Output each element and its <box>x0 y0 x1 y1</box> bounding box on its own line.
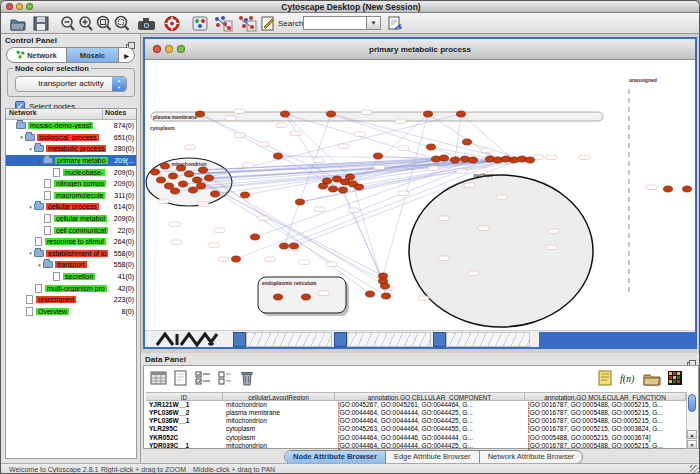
annotation-icon[interactable] <box>259 15 277 32</box>
node-color-dropdown[interactable]: transporter activity ▲▼ <box>15 76 127 92</box>
table-row[interactable]: YPL036W__1mitochondrion[GO:0044464, GO:0… <box>146 417 686 425</box>
background-window-fragment[interactable] <box>433 332 446 347</box>
zoom-selected-icon[interactable] <box>113 15 131 32</box>
network-node[interactable] <box>185 171 194 177</box>
search-dropdown-arrow[interactable]: ▼ <box>367 16 381 30</box>
network-node[interactable] <box>274 153 283 159</box>
background-window-fragment[interactable] <box>446 332 530 347</box>
network-node[interactable] <box>232 256 241 262</box>
network-node[interactable] <box>290 243 299 249</box>
tab-network[interactable]: Network <box>7 48 66 62</box>
network-node[interactable] <box>424 111 433 117</box>
network-node[interactable] <box>179 181 188 187</box>
heatmap-icon[interactable] <box>666 369 684 387</box>
tree-item[interactable]: mosaic-demo-yeast874(0) <box>6 120 136 132</box>
network-node[interactable] <box>486 156 495 162</box>
layout-icon[interactable] <box>237 15 255 32</box>
tree-item[interactable]: unassigned223(0) <box>6 294 136 306</box>
background-window-fragment[interactable] <box>153 332 227 347</box>
tab-mosaic[interactable]: Mosaic <box>66 48 119 62</box>
save-button[interactable] <box>32 15 50 32</box>
network-node[interactable] <box>440 155 449 161</box>
tree-item[interactable]: cell communicat22(0) <box>6 224 136 236</box>
expand-arrow[interactable]: ▾ <box>36 262 43 268</box>
column-header[interactable]: annotation.GO MOLECULAR_FUNCTION <box>525 392 686 401</box>
attr-tab-network[interactable]: Network Attribute Browser <box>480 451 583 463</box>
tree-item[interactable]: cellular metabol209(0) <box>6 213 136 225</box>
network-node[interactable] <box>189 187 198 193</box>
network-node[interactable] <box>329 186 338 192</box>
network-edge[interactable] <box>353 114 428 184</box>
network-node[interactable] <box>510 157 519 163</box>
network-edge[interactable] <box>467 142 522 159</box>
column-header[interactable]: annotation.GO CELLULAR_COMPONENT <box>335 392 525 401</box>
network-node[interactable] <box>494 157 503 163</box>
network-node[interactable] <box>518 156 527 162</box>
network-node[interactable] <box>451 157 460 163</box>
search-index-icon[interactable] <box>387 15 405 32</box>
background-window-fragment[interactable] <box>539 332 695 347</box>
network-node[interactable] <box>381 283 390 289</box>
new-attribute-icon[interactable] <box>172 369 190 387</box>
network-node[interactable] <box>366 291 375 297</box>
tree-item[interactable]: ▾primary metabo209(... <box>6 155 136 167</box>
tree-column-network[interactable]: Network <box>6 109 102 119</box>
network-node[interactable] <box>197 183 206 189</box>
network-node[interactable] <box>355 184 364 190</box>
network-node[interactable] <box>461 156 470 162</box>
network-node[interactable] <box>302 294 311 300</box>
network-node[interactable] <box>502 156 511 162</box>
network-edge[interactable] <box>197 114 461 180</box>
table-row[interactable]: YLR295Ccytoplasm[GO:0045263, GO:0044464,… <box>146 425 686 433</box>
help-lifesaver-icon[interactable] <box>163 15 181 32</box>
open-file-button[interactable] <box>9 15 27 32</box>
window-resize-grip[interactable] <box>690 465 700 474</box>
scroll-up-arrow[interactable]: ▲ <box>687 430 697 439</box>
delete-attribute-trash-icon[interactable] <box>238 369 256 387</box>
network-canvas[interactable]: plasma membranecytoplasmmitochondrionnuc… <box>145 60 695 330</box>
network-node[interactable] <box>346 174 355 180</box>
frame-zoom-button[interactable] <box>177 45 185 53</box>
tree-item[interactable]: ▾transport558(0) <box>6 259 136 271</box>
float-panel-icon[interactable] <box>687 355 696 364</box>
tree-item[interactable]: nucleobase-209(0) <box>6 166 136 178</box>
network-node[interactable] <box>157 177 166 183</box>
zoom-fit-icon[interactable] <box>95 15 113 32</box>
zoom-out-icon[interactable] <box>59 15 77 32</box>
network-node[interactable] <box>382 293 391 299</box>
background-window-fragment[interactable] <box>246 332 332 347</box>
network-node[interactable] <box>327 111 336 117</box>
network-node[interactable] <box>469 157 478 163</box>
network-node[interactable] <box>193 177 202 183</box>
network-node[interactable] <box>151 169 160 175</box>
table-row[interactable]: YKR052Ccytoplasm[GO:0044464, GO:0044446,… <box>146 434 686 442</box>
tree-item[interactable]: multi-organism pro42(0) <box>6 282 136 294</box>
frame-close-button[interactable] <box>153 45 161 53</box>
tree-item[interactable]: ▾biological_process651(0) <box>6 132 136 144</box>
network-node[interactable] <box>296 199 305 205</box>
window-titlebar[interactable]: Cytoscape Desktop (New Session) <box>1 1 700 13</box>
tree-item[interactable]: Overview8(0) <box>6 306 136 318</box>
network-node[interactable] <box>251 234 260 240</box>
network-node[interactable] <box>526 157 535 163</box>
attribute-checklist-icon[interactable] <box>194 369 212 387</box>
frame-minimize-button[interactable] <box>165 45 173 53</box>
network-node[interactable] <box>171 188 180 194</box>
tree-column-nodes[interactable]: Nodes <box>102 109 136 119</box>
network-node[interactable] <box>281 111 290 117</box>
network-node[interactable] <box>374 153 383 159</box>
attr-tab-node[interactable]: Node Attribute Browser <box>285 451 386 463</box>
network-node[interactable] <box>339 187 348 193</box>
unselect-attributes-icon[interactable] <box>216 369 234 387</box>
tree-item[interactable]: ▾establishment of lo558(0) <box>6 248 136 260</box>
formula-icon[interactable]: f(n) <box>618 369 636 387</box>
table-row[interactable]: YPL036W__2plasma membrane[GO:0044464, GO… <box>146 409 686 417</box>
network-node[interactable] <box>161 163 170 169</box>
network-node[interactable] <box>205 175 214 181</box>
select-attributes-icon[interactable] <box>150 369 168 387</box>
expand-arrow[interactable]: ▾ <box>27 250 34 256</box>
tree-item[interactable]: nitrogen compo209(0) <box>6 178 136 190</box>
float-panel-icon[interactable] <box>126 37 135 46</box>
tab-overflow-arrow[interactable]: ▶ <box>119 48 134 62</box>
tree-item[interactable]: response to stimul264(0) <box>6 236 136 248</box>
